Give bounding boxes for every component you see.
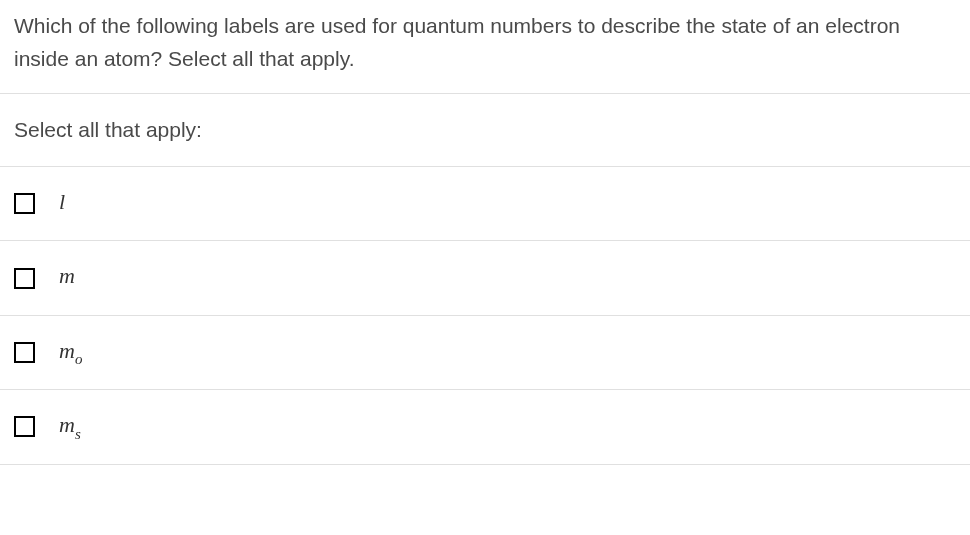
option-row[interactable]: mo	[0, 316, 970, 390]
checkbox[interactable]	[14, 268, 35, 289]
question-block: Which of the following labels are used f…	[0, 0, 970, 94]
prompt-text: Select all that apply:	[14, 118, 956, 142]
option-label: m	[59, 263, 75, 292]
option-main: m	[59, 338, 75, 363]
option-main: m	[59, 263, 75, 288]
checkbox[interactable]	[14, 342, 35, 363]
checkbox[interactable]	[14, 416, 35, 437]
option-row[interactable]: ms	[0, 390, 970, 464]
option-row[interactable]: l	[0, 167, 970, 241]
option-sub: s	[75, 426, 81, 442]
option-label: mo	[59, 338, 82, 367]
option-main: m	[59, 412, 75, 437]
question-text: Which of the following labels are used f…	[14, 10, 956, 75]
option-main: l	[59, 189, 65, 214]
option-label: ms	[59, 412, 81, 441]
checkbox[interactable]	[14, 193, 35, 214]
option-row[interactable]: m	[0, 241, 970, 315]
option-label: l	[59, 189, 65, 218]
prompt-block: Select all that apply:	[0, 94, 970, 167]
option-sub: o	[75, 351, 83, 367]
